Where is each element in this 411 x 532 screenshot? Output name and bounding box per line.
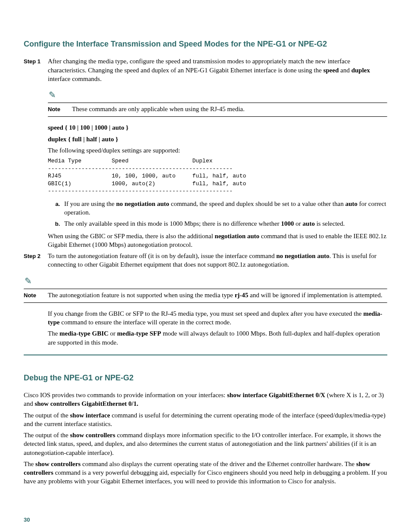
cmd-duplex-word: duplex [351,67,370,74]
section-divider [24,355,387,355]
text: command to ensure the interface will ope… [60,319,231,326]
text: The [48,330,59,337]
command-duplex: duplex { full | half | auto } [48,135,387,143]
cmd: auto [302,220,314,227]
note-block-2: ✎ Note The autonegotiation feature is no… [24,275,387,303]
step-2-label: Step 2 [24,252,48,260]
cmd: auto [345,200,357,207]
cmd: media-type GBIC [59,330,109,337]
step-2: Step 2 To turn the autonegotiation featu… [24,252,387,269]
text: To turn the autonegotiation feature off … [48,252,276,259]
text: Cisco IOS provides two commands to provi… [24,392,227,398]
list-item-b: The only available speed in this mode is… [62,219,387,228]
note-block-1: ✎ Note These commands are only applicabl… [48,89,387,117]
cmd: 1000 [281,220,294,227]
section-heading-configure: Configure the Interface Transmission and… [24,39,387,49]
text: The output of the [24,432,70,439]
debug-p1: Cisco IOS provides two commands to provi… [24,391,387,408]
cmd: show interface [70,412,110,419]
page-number: 30 [24,516,387,524]
divider [48,116,387,117]
step-2-body: To turn the autonegotiation feature off … [48,252,387,269]
gbic-paragraph: When using the GBIC or SFP media, there … [48,232,387,249]
text: The output of the [24,412,70,419]
cmd: show controllers [35,460,81,467]
debug-p3: The output of the show controllers comma… [24,431,387,457]
text: If you are using the [64,200,116,207]
divider [24,302,387,303]
debug-p4: The show controllers command also displa… [24,460,387,486]
pencil-icon: ✎ [49,89,56,102]
text: command also displays the current operat… [81,460,356,467]
speed-duplex-table: Media Type Speed Duplex ----------------… [48,157,387,195]
text: is selected. [315,220,345,227]
note-label: Note [24,292,48,299]
note-text: The autonegotiation feature is not suppo… [48,291,387,299]
text: command, the speed and duplex should be … [169,200,346,207]
cmd: no negotiation auto [276,252,329,259]
step-1: Step 1 After changing the media type, co… [24,57,387,83]
default-paragraph: The media-type GBIC or media-type SFP mo… [48,329,387,347]
sub-list: If you are using the no negotiation auto… [52,199,387,228]
command-speed: speed { 10 | 100 | 1000 | auto } [48,123,387,132]
note-label: Note [48,106,72,113]
list-item-a: If you are using the no negotiation auto… [62,199,387,217]
cmd: rj-45 [235,292,249,299]
step-1-body: After changing the media type, configure… [48,57,387,83]
text: The autonegotiation feature is not suppo… [48,292,235,299]
note-text: These commands are only applicable when … [72,105,387,113]
cmd: show controllers [70,432,115,439]
text: or [294,220,302,227]
text: After changing the media type, configure… [48,58,350,73]
text: interface commands. [48,75,102,82]
supported-intro: The following speed/duplex settings are … [48,146,387,155]
cmd: show controllers GigabitEthernet 0/1. [34,400,138,407]
text: If you change from the GBIC or SFP to th… [48,310,363,317]
text: The [24,460,35,467]
text: and will be ignored if implementation is… [248,292,382,299]
cmd-speed-word: speed [323,67,339,74]
text: The only available speed in this mode is… [64,220,281,227]
text: and [339,67,351,74]
cmd: media-type SFP [117,330,161,337]
text: When using the GBIC or SFP media, there … [48,233,215,240]
pencil-icon: ✎ [25,275,32,288]
change-paragraph: If you change from the GBIC or SFP to th… [48,309,387,327]
cmd: show interface GigabitEthernet 0/X [227,392,325,398]
text: command is a very powerful debugging aid… [24,469,387,485]
text: or [109,330,117,337]
cmd: negotiation auto [215,233,259,240]
step-1-label: Step 1 [24,57,48,65]
debug-p2: The output of the show interface command… [24,411,387,429]
cmd: no negotiation auto [116,200,169,207]
section-heading-debug: Debug the NPE-G1 or NPE-G2 [24,373,387,383]
